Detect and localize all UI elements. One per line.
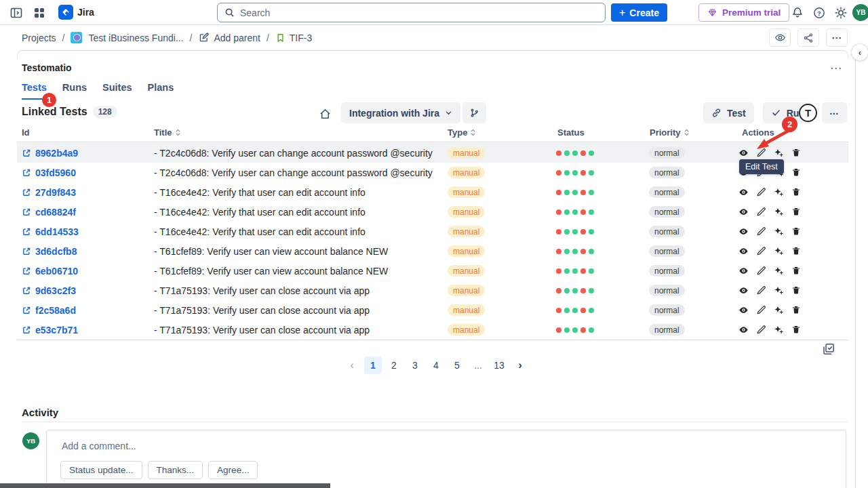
ai-sparkles-icon[interactable] bbox=[774, 226, 784, 237]
sidebar-toggle-icon[interactable] bbox=[9, 6, 23, 20]
edit-test-pencil-icon[interactable] bbox=[756, 187, 766, 197]
edit-test-pencil-icon[interactable] bbox=[756, 305, 766, 315]
help-icon[interactable]: ? bbox=[812, 6, 826, 20]
add-parent-button[interactable]: Add parent bbox=[198, 32, 260, 43]
share-icon[interactable] bbox=[797, 28, 819, 47]
view-test-eye-icon[interactable] bbox=[738, 207, 749, 217]
next-page-icon[interactable]: › bbox=[511, 357, 529, 374]
breadcrumb-projects[interactable]: Projects bbox=[22, 33, 56, 43]
ai-sparkles-icon[interactable] bbox=[774, 325, 784, 335]
toolbar-more-button[interactable]: ⋯ bbox=[822, 102, 847, 123]
multi-select-icon[interactable] bbox=[822, 342, 835, 356]
search-input[interactable] bbox=[240, 7, 598, 18]
page-button-5[interactable]: 5 bbox=[448, 357, 466, 374]
notifications-bell-icon[interactable] bbox=[791, 6, 804, 20]
edit-test-pencil-icon[interactable] bbox=[756, 325, 766, 335]
delete-test-trash-icon[interactable] bbox=[791, 246, 802, 256]
test-id-link[interactable]: cd68824f bbox=[35, 207, 76, 218]
ai-sparkles-icon[interactable] bbox=[774, 246, 784, 256]
jira-logo[interactable] bbox=[58, 5, 73, 20]
ai-sparkles-icon[interactable] bbox=[774, 305, 784, 315]
edit-test-pencil-icon[interactable] bbox=[756, 285, 766, 296]
git-branch-button[interactable] bbox=[462, 102, 486, 123]
test-id-link[interactable]: f2c58a6d bbox=[35, 305, 76, 316]
branch-selector-button[interactable]: Integration with Jira bbox=[341, 102, 460, 123]
breadcrumb-issue[interactable]: TIF-3 bbox=[275, 33, 312, 43]
table-row: 6eb06710 - T61cfef89: Verify user can vi… bbox=[17, 261, 848, 281]
collapse-panel-chevron-icon[interactable]: ‹ bbox=[851, 43, 868, 61]
test-id-link[interactable]: 03fd5960 bbox=[35, 167, 76, 178]
delete-test-trash-icon[interactable] bbox=[791, 285, 802, 296]
ai-sparkles-icon[interactable] bbox=[774, 266, 784, 276]
tab-runs[interactable]: Runs bbox=[62, 82, 87, 100]
column-header-type[interactable]: Type bbox=[448, 127, 476, 138]
page-button-1[interactable]: 1 bbox=[364, 357, 382, 374]
delete-test-trash-icon[interactable] bbox=[791, 226, 802, 237]
delete-test-trash-icon[interactable] bbox=[791, 266, 802, 276]
premium-trial-button[interactable]: Premium trial bbox=[698, 3, 789, 22]
link-test-button[interactable]: Test bbox=[703, 102, 754, 123]
external-link-icon bbox=[22, 227, 31, 237]
comment-box[interactable]: Add a comment... Status update...Thanks.… bbox=[46, 430, 846, 488]
test-id-link[interactable]: 6dd14533 bbox=[35, 226, 79, 237]
more-actions-icon[interactable]: ⋯ bbox=[826, 28, 848, 47]
table-body: 8962b4a9 - T2c4c06d8: Verify user can ch… bbox=[17, 143, 848, 340]
ai-sparkles-icon[interactable] bbox=[774, 187, 784, 197]
page-button-13[interactable]: 13 bbox=[490, 357, 508, 374]
linked-tests-label: Linked Tests bbox=[22, 106, 87, 118]
view-test-eye-icon[interactable] bbox=[738, 226, 749, 237]
column-header-title[interactable]: Title bbox=[154, 127, 181, 138]
tab-plans[interactable]: Plans bbox=[148, 82, 174, 100]
create-button[interactable]: + Create bbox=[611, 3, 667, 22]
watch-eye-icon[interactable] bbox=[769, 28, 791, 47]
settings-gear-icon[interactable] bbox=[834, 6, 848, 20]
quick-reply-button[interactable]: Status update... bbox=[60, 461, 142, 479]
delete-test-trash-icon[interactable] bbox=[791, 325, 802, 335]
edit-test-pencil-icon[interactable] bbox=[756, 226, 766, 237]
page-button-2[interactable]: 2 bbox=[385, 357, 403, 374]
diamond-icon bbox=[707, 7, 717, 18]
page-button-4[interactable]: 4 bbox=[427, 357, 445, 374]
quick-reply-button[interactable]: Agree... bbox=[208, 461, 258, 479]
test-id-link[interactable]: 6eb06710 bbox=[35, 266, 78, 277]
delete-test-trash-icon[interactable] bbox=[791, 305, 802, 315]
view-test-eye-icon[interactable] bbox=[738, 187, 749, 197]
ai-sparkles-icon[interactable] bbox=[774, 285, 784, 296]
user-avatar[interactable]: YB bbox=[852, 4, 868, 21]
test-id-link[interactable]: 9d63c2f3 bbox=[35, 285, 76, 296]
test-id-link[interactable]: 27d9f843 bbox=[35, 187, 76, 198]
view-test-eye-icon[interactable] bbox=[738, 148, 749, 158]
view-test-eye-icon[interactable] bbox=[738, 246, 749, 256]
app-name: Jira bbox=[77, 7, 94, 18]
breadcrumb-project[interactable]: Test iBusiness Fundi... bbox=[88, 33, 183, 43]
view-test-eye-icon[interactable] bbox=[738, 305, 749, 315]
test-id-link[interactable]: e53c7b71 bbox=[35, 325, 78, 336]
sort-icon bbox=[470, 129, 476, 136]
app-switcher-icon[interactable] bbox=[33, 6, 46, 20]
column-header-priority[interactable]: Priority bbox=[650, 127, 690, 138]
bottom-scrollbar[interactable] bbox=[0, 483, 330, 488]
edit-test-pencil-icon[interactable] bbox=[756, 246, 766, 256]
view-test-eye-icon[interactable] bbox=[738, 285, 749, 296]
delete-test-trash-icon[interactable] bbox=[791, 207, 802, 217]
comment-input-placeholder[interactable]: Add a comment... bbox=[62, 441, 136, 451]
status-dot-green bbox=[589, 249, 594, 254]
page-button-3[interactable]: 3 bbox=[406, 357, 424, 374]
view-test-eye-icon[interactable] bbox=[738, 266, 749, 276]
status-dot-red bbox=[556, 288, 561, 293]
previous-page-icon[interactable]: ‹ bbox=[343, 357, 361, 374]
panel-more-icon[interactable]: ⋯ bbox=[830, 61, 842, 75]
view-test-eye-icon[interactable] bbox=[738, 325, 749, 335]
tab-suites[interactable]: Suites bbox=[102, 82, 132, 100]
home-icon[interactable] bbox=[319, 108, 332, 121]
test-id-link[interactable]: 8962b4a9 bbox=[35, 148, 78, 159]
edit-test-pencil-icon[interactable] bbox=[756, 266, 766, 276]
delete-test-trash-icon[interactable] bbox=[791, 187, 802, 197]
quick-reply-button[interactable]: Thanks... bbox=[148, 461, 203, 479]
ai-sparkles-icon[interactable] bbox=[774, 207, 784, 217]
status-dot-green bbox=[564, 308, 570, 313]
delete-test-trash-icon[interactable] bbox=[791, 167, 802, 178]
edit-test-pencil-icon[interactable] bbox=[756, 207, 766, 217]
global-search[interactable] bbox=[217, 3, 606, 22]
test-id-link[interactable]: 3d6dcfb8 bbox=[35, 246, 77, 257]
